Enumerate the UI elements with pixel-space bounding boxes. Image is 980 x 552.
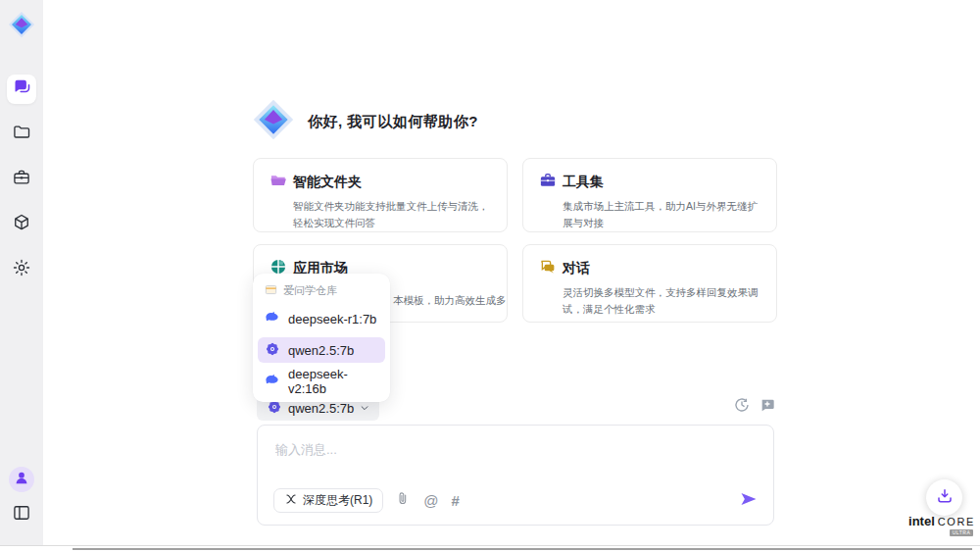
greeting-logo-icon [252,98,295,145]
hash-icon: # [452,493,460,508]
app-logo-icon [7,10,36,39]
greeting: 你好, 我可以如何帮助你? [252,98,478,145]
message-input[interactable] [275,437,746,461]
deep-think-toggle[interactable]: 深度思考(R1) [273,488,383,513]
sidebar-item-chat[interactable] [7,75,36,104]
folder-icon [12,123,31,146]
qwen-star-icon [265,341,280,360]
intel-ultra-tag: ultra [950,529,973,536]
send-icon [740,490,758,512]
gear-icon [12,258,31,281]
new-chat-icon [760,397,775,417]
card-title: 智能文件夹 [293,174,362,191]
model-option-qwen[interactable]: qwen2.5:7b [258,337,385,363]
card-title: 对话 [563,260,590,277]
paperclip-icon [396,491,411,510]
sidebar [0,0,43,545]
user-avatar[interactable] [9,467,34,492]
deep-think-label: 深度思考(R1) [303,492,372,509]
briefcase-icon [12,168,31,191]
deep-think-icon [284,492,298,509]
chevron-down-icon [360,401,369,416]
card-dialogue[interactable]: 对话 灵活切换多模型文件，支持多样回复效果调试，满足个性化需求 [522,244,777,323]
new-chat-button[interactable] [760,397,775,417]
model-option-label: deepseek-r1:7b [288,312,376,326]
user-icon [12,468,31,491]
collapse-sidebar-button[interactable] [9,502,34,527]
card-toolset[interactable]: 工具集 集成市场上主流工具，助力AI与外界无缝扩展与对接 [522,158,777,232]
card-description-visible-fragment: 本模板，助力高效生成多 [393,292,508,309]
attach-file-button[interactable] [396,491,411,510]
sidebar-bottom [9,467,34,545]
send-button[interactable] [740,490,758,512]
chat-input-box: 深度思考(R1) @ # [257,425,774,526]
download-button[interactable] [926,479,962,516]
model-option-label: deepseek-v2:16b [288,367,378,396]
sidebar-nav [7,75,36,300]
intel-word: intel [908,514,935,528]
model-option-label: qwen2.5:7b [288,343,354,358]
chat-actions [734,397,775,417]
chat-icon [12,77,32,102]
model-selector-value: qwen2.5:7b [288,401,354,416]
deepseek-whale-icon [265,373,280,391]
card-description: 灵活切换多模型文件，支持多样回复效果调试，满足个性化需求 [563,284,770,319]
model-dropdown: 爱问学仓库 deepseek-r1:7b qwen2.5:7b [253,274,390,402]
sidebar-item-settings[interactable] [7,255,36,284]
intel-core-badge: intel core ultra [908,514,975,536]
at-icon: @ [423,493,438,508]
model-dropdown-group: 爱问学仓库 [258,280,385,300]
window-bottom-shadow [73,548,972,550]
panel-toggle-icon [12,503,31,527]
history-icon [734,397,750,417]
model-group-label: 爱问学仓库 [283,283,337,298]
input-toolbar: 深度思考(R1) @ # [273,488,758,513]
intel-core-word: core [938,516,975,527]
repository-icon [265,283,277,298]
card-description: 智能文件夹功能支持批量文件上传与清洗，轻松实现文件问答 [293,198,501,232]
sidebar-item-models[interactable] [7,210,36,239]
topic-button[interactable]: # [452,493,460,508]
app-window: 你好, 我可以如何帮助你? 智能文件夹 智能文件夹功能支持批量文件上传与清洗，轻… [0,0,980,552]
sidebar-item-folders[interactable] [7,120,36,149]
folder-purple-icon [270,172,287,193]
card-title: 工具集 [563,174,604,191]
chat-bubbles-gold-icon [539,258,557,279]
cube-icon [12,213,31,236]
sidebar-item-toolbox[interactable] [7,165,36,194]
deepseek-whale-icon [265,310,280,328]
history-button[interactable] [734,397,750,417]
page-title: 你好, 我可以如何帮助你? [308,113,478,131]
mention-button[interactable]: @ [423,493,438,508]
download-icon [936,487,954,509]
card-description: 集成市场上主流工具，助力AI与外界无缝扩展与对接 [563,198,770,232]
model-option-deepseek-v2[interactable]: deepseek-v2:16b [258,369,385,394]
window-bottom-edge [0,545,980,546]
briefcase-indigo-icon [539,172,557,193]
card-smart-folder[interactable]: 智能文件夹 智能文件夹功能支持批量文件上传与清洗，轻松实现文件问答 [253,158,508,232]
model-option-deepseek-r1[interactable]: deepseek-r1:7b [258,306,385,331]
